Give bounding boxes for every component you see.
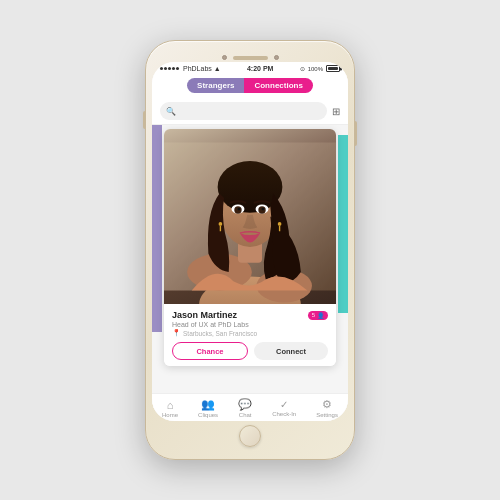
nav-item-chat[interactable]: 💬 Chat: [238, 398, 252, 418]
nav-label-cliques: Cliques: [198, 412, 218, 418]
settings-icon: ⚙: [322, 398, 332, 411]
battery-icon: [326, 65, 340, 72]
location-text: Starbucks, San Francisco: [183, 330, 257, 337]
svg-point-12: [238, 208, 241, 211]
nav-item-settings[interactable]: ⚙ Settings: [316, 398, 338, 418]
profile-card: Jason Martinez 5 👤 Head of UX at PhD Lab…: [164, 129, 336, 366]
home-button-wrap: [239, 425, 261, 447]
signal-dot-3: [168, 67, 171, 70]
checkin-icon: ✓: [280, 399, 288, 410]
location-pin-icon: 📍: [172, 329, 181, 337]
nav-item-checkin[interactable]: ✓ Check-In: [272, 399, 296, 417]
signal-icon: ⊙: [300, 65, 305, 72]
right-accent-strip: [338, 135, 348, 313]
profile-title: Head of UX at PhD Labs: [172, 321, 328, 328]
sensor: [274, 55, 279, 60]
filter-icon[interactable]: ⊞: [332, 106, 340, 117]
profile-name: Jason Martinez: [172, 310, 237, 320]
tab-connections[interactable]: Connections: [244, 78, 312, 93]
profile-name-row: Jason Martinez 5 👤: [172, 310, 328, 320]
search-icon: 🔍: [166, 107, 176, 116]
svg-point-16: [278, 222, 282, 226]
home-button[interactable]: [239, 425, 261, 447]
profile-photo: [164, 129, 336, 304]
status-bar: PhDLabs ▲ 4:20 PM ⊙ 100%: [152, 62, 348, 74]
nav-label-home: Home: [162, 412, 178, 418]
battery-label: 100%: [308, 66, 323, 72]
ear-speaker: [233, 56, 268, 60]
chat-icon: 💬: [238, 398, 252, 411]
status-right: ⊙ 100%: [300, 65, 340, 72]
signal-dot-1: [160, 67, 163, 70]
svg-point-14: [219, 222, 223, 226]
phone-frame: PhDLabs ▲ 4:20 PM ⊙ 100% Strangers Conne…: [145, 40, 355, 460]
svg-point-13: [262, 208, 265, 211]
profile-info: Jason Martinez 5 👤 Head of UX at PhD Lab…: [164, 304, 336, 366]
wifi-icon: ▲: [214, 65, 221, 72]
profile-location: 📍 Starbucks, San Francisco: [172, 329, 328, 337]
mutual-icon: 👤: [317, 312, 324, 319]
action-buttons: Chance Connect: [172, 342, 328, 360]
search-box[interactable]: 🔍: [160, 102, 327, 120]
battery-fill: [328, 67, 338, 70]
phone-top: [222, 51, 279, 62]
tabs-row: Strangers Connections: [152, 74, 348, 98]
nav-item-cliques[interactable]: 👥 Cliques: [198, 398, 218, 418]
app-content: Strangers Connections 🔍 ⊞: [152, 74, 348, 421]
nav-label-checkin: Check-In: [272, 411, 296, 417]
front-camera: [222, 55, 227, 60]
phone-screen: PhDLabs ▲ 4:20 PM ⊙ 100% Strangers Conne…: [152, 62, 348, 421]
search-row: 🔍 ⊞: [152, 98, 348, 125]
bottom-nav: ⌂ Home 👥 Cliques 💬 Chat ✓ Check-In: [152, 393, 348, 421]
nav-label-chat: Chat: [239, 412, 252, 418]
left-accent-strip: [152, 125, 162, 332]
nav-label-settings: Settings: [316, 412, 338, 418]
chance-button[interactable]: Chance: [172, 342, 248, 360]
connect-button[interactable]: Connect: [254, 342, 328, 360]
carrier-name: PhDLabs: [183, 65, 212, 72]
nav-item-home[interactable]: ⌂ Home: [162, 399, 178, 418]
card-area: Jason Martinez 5 👤 Head of UX at PhD Lab…: [152, 125, 348, 421]
mutual-badge: 5 👤: [308, 311, 328, 320]
home-icon: ⌂: [167, 399, 174, 411]
tab-strangers[interactable]: Strangers: [187, 78, 244, 93]
signal-dot-5: [176, 67, 179, 70]
mutual-count: 5: [312, 312, 315, 318]
signal-dots: [160, 67, 179, 70]
signal-dot-4: [172, 67, 175, 70]
status-time: 4:20 PM: [247, 65, 273, 72]
status-left: PhDLabs ▲: [160, 65, 221, 72]
cliques-icon: 👥: [201, 398, 215, 411]
signal-dot-2: [164, 67, 167, 70]
